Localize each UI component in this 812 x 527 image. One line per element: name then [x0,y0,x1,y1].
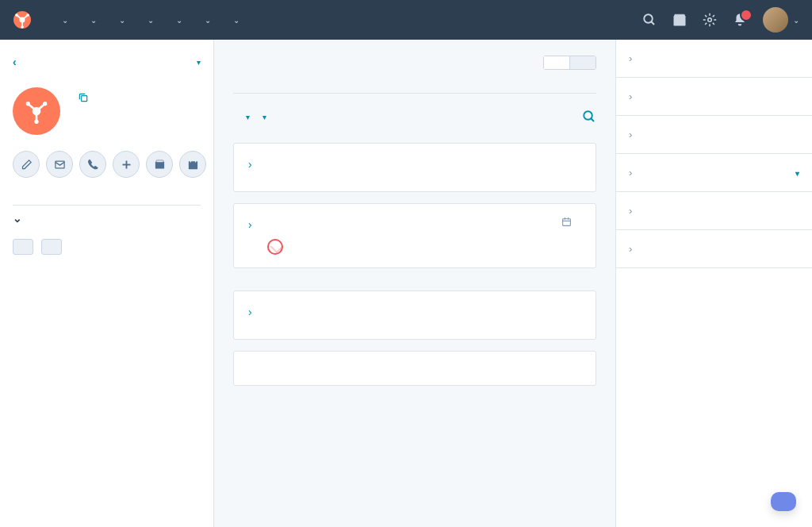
hubspot-logo[interactable] [13,10,32,29]
panel-playbooks[interactable]: › [616,192,812,230]
about-section-header[interactable]: ⌄ [13,205,201,225]
svg-rect-24 [156,160,163,162]
top-nav: ⌄ ⌄ ⌄ ⌄ ⌄ ⌄ ⌄ ⌄ [0,0,812,40]
svg-rect-10 [674,17,686,26]
panel-tickets[interactable]: › [616,116,812,154]
copy-icon[interactable] [78,92,89,103]
nav-conversations[interactable]: ⌄ [79,10,105,31]
task-card: › [233,203,596,268]
panel-attachments[interactable]: › ▾ [616,154,812,192]
svg-rect-25 [188,161,197,169]
svg-point-11 [708,18,712,22]
call-button[interactable] [79,151,106,183]
back-link[interactable]: ‹ [13,56,21,68]
search-activity-icon[interactable] [582,110,596,124]
svg-point-18 [34,120,38,124]
note-button[interactable] [13,151,40,183]
chevron-right-icon: › [629,205,632,217]
view-property-history-button[interactable] [41,239,62,255]
filter-users-dropdown[interactable]: ▾ [259,113,266,121]
meet-button[interactable] [179,151,206,183]
nav-items: ⌄ ⌄ ⌄ ⌄ ⌄ ⌄ ⌄ [51,10,642,31]
add-attachment-button[interactable]: ▾ [795,167,799,179]
chevron-right-icon: › [629,167,632,179]
view-all-properties-button[interactable] [13,239,33,255]
nav-contacts[interactable]: ⌄ [51,10,76,31]
svg-point-28 [584,111,592,120]
user-avatar [763,7,788,33]
help-button[interactable] [771,492,796,511]
email-button[interactable] [46,151,73,183]
task-button[interactable] [146,151,173,183]
chevron-right-icon: › [629,243,632,255]
svg-point-5 [15,13,18,17]
filter-activity-dropdown[interactable]: ▾ [243,113,250,121]
settings-icon[interactable] [703,13,717,27]
nav-sales[interactable]: ⌄ [136,10,162,31]
nav-reports[interactable]: ⌄ [222,10,247,31]
email-card [233,351,596,386]
contact-header [13,87,201,135]
svg-point-7 [21,25,24,29]
nav-right: ⌄ [642,7,799,33]
actions-dropdown[interactable]: ▾ [193,58,201,67]
nav-service[interactable]: ⌄ [165,10,190,31]
chevron-right-icon[interactable]: › [248,158,252,171]
chevron-right-icon: › [629,52,632,64]
contact-avatar [13,87,60,135]
svg-line-9 [651,21,654,25]
chevron-right-icon: › [629,129,632,140]
user-menu[interactable]: ⌄ [763,7,799,33]
nav-automation[interactable]: ⌄ [193,10,219,31]
filter-row: ▾ ▾ [233,110,596,124]
nav-marketing[interactable]: ⌄ [108,10,133,31]
marketplace-icon[interactable] [672,13,687,27]
panel-company[interactable]: › [616,78,812,116]
chevron-right-icon: › [629,90,632,102]
svg-rect-19 [82,96,87,102]
collapse-all-button[interactable] [570,56,596,69]
task-checkbox[interactable] [267,239,283,255]
svg-point-17 [43,102,47,106]
svg-point-8 [644,14,653,23]
chevron-down-icon: ⌄ [13,212,22,225]
svg-line-29 [591,118,594,121]
svg-rect-30 [563,219,571,226]
log-button[interactable] [113,151,140,183]
main-content: ▾ ▾ › › [214,40,615,527]
expand-collapse-group [543,56,596,70]
chevron-left-icon: ‹ [13,56,17,68]
svg-rect-23 [155,161,163,168]
notifications-icon[interactable] [733,13,747,27]
action-buttons [13,151,201,183]
notification-badge [740,9,753,21]
calendar-icon [561,217,572,227]
expand-all-button[interactable] [544,56,570,69]
search-icon[interactable] [642,13,657,27]
sidebar-right: › › › › ▾ › › [615,40,812,527]
sidebar-left: ‹ ▾ [0,40,214,527]
svg-point-16 [26,102,30,106]
meeting-card: › [233,143,596,192]
panel-deals[interactable]: › [616,40,812,78]
chevron-right-icon[interactable]: › [248,306,252,318]
tabs [233,79,596,94]
panel-lists[interactable]: › [616,230,812,268]
call-card: › [233,290,596,340]
svg-point-6 [26,13,29,17]
chevron-right-icon[interactable]: › [248,218,252,231]
